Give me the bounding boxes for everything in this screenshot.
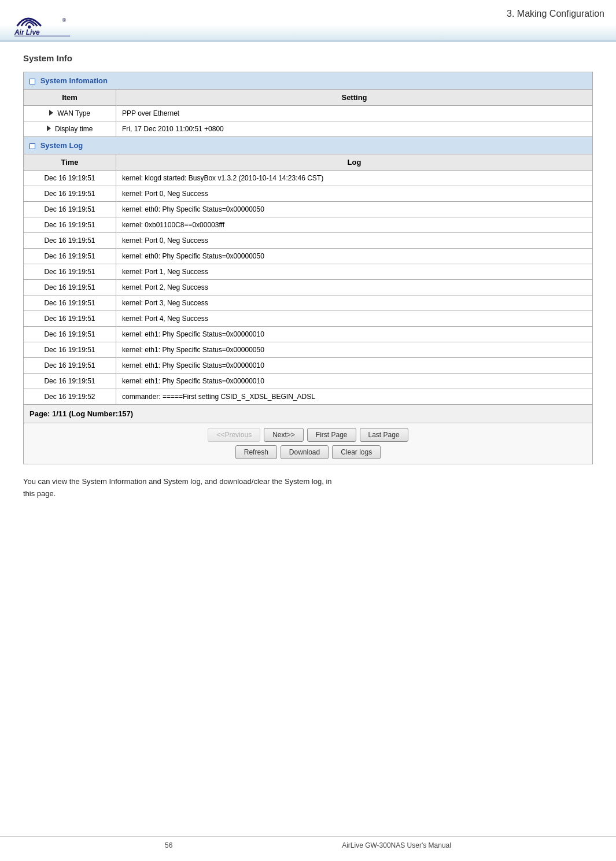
refresh-button[interactable]: Refresh	[235, 445, 277, 459]
log-row: Dec 16 19:19:51 kernel: eth0: Phy Specif…	[24, 249, 593, 264]
log-time-cell: Dec 16 19:19:51	[24, 217, 116, 233]
log-time-cell: Dec 16 19:19:51	[24, 374, 116, 389]
log-row: Dec 16 19:19:51 kernel: Port 1, Neg Succ…	[24, 264, 593, 280]
log-time-cell: Dec 16 19:19:51	[24, 358, 116, 374]
system-log-header-label: System Log	[40, 141, 83, 150]
log-row: Dec 16 19:19:51 kernel: Port 0, Neg Succ…	[24, 186, 593, 202]
clear-logs-button[interactable]: Clear logs	[332, 445, 381, 459]
log-time-cell: Dec 16 19:19:51	[24, 311, 116, 327]
header: Air Live ® 3. Making Configuration	[0, 0, 616, 42]
log-message-cell: commander: =====First setting CSID_S_XDS…	[116, 389, 593, 405]
log-message-cell: kernel: Port 0, Neg Success	[116, 233, 593, 249]
log-row: Dec 16 19:19:51 kernel: eth1: Phy Specif…	[24, 327, 593, 342]
log-row: Dec 16 19:19:51 kernel: eth1: Phy Specif…	[24, 374, 593, 389]
display-time-label: Display time	[24, 121, 116, 137]
log-message-cell: kernel: eth1: Phy Specific Status=0x0000…	[116, 327, 593, 342]
arrow-icon	[49, 110, 53, 116]
log-message-cell: kernel: klogd started: BusyBox v1.3.2 (2…	[116, 171, 593, 186]
description-text: You can view the System Information and …	[23, 476, 593, 500]
log-time-cell: Dec 16 19:19:51	[24, 186, 116, 202]
wan-type-label: WAN Type	[24, 106, 116, 121]
log-time-cell: Dec 16 19:19:51	[24, 280, 116, 295]
page-footer: 56 AirLive GW-300NAS User's Manual	[0, 836, 616, 849]
col-item-header: Item	[24, 90, 116, 106]
log-row: Dec 16 19:19:51 kernel: eth0: Phy Specif…	[24, 202, 593, 217]
manual-label: AirLive GW-300NAS User's Manual	[342, 841, 451, 849]
log-message-cell: kernel: eth1: Phy Specific Status=0x0000…	[116, 342, 593, 358]
log-time-cell: Dec 16 19:19:52	[24, 389, 116, 405]
last-page-button[interactable]: Last Page	[360, 428, 408, 442]
log-time-cell: Dec 16 19:19:51	[24, 202, 116, 217]
log-row: Dec 16 19:19:51 kernel: klogd started: B…	[24, 171, 593, 186]
log-row: Dec 16 19:19:51 kernel: 0xb01100C8==0x00…	[24, 217, 593, 233]
page-content: System Info System Infomation Item Setti…	[0, 42, 616, 512]
display-time-value: Fri, 17 Dec 2010 11:00:51 +0800	[116, 121, 593, 137]
log-row: Dec 16 19:19:51 kernel: Port 4, Neg Succ…	[24, 311, 593, 327]
system-info-header-label: System Infomation	[40, 76, 108, 85]
page-info-text: Page: 1/11 (Log Number:157)	[29, 409, 133, 418]
system-info-table: System Infomation Item Setting WAN Type …	[23, 72, 593, 464]
log-message-cell: kernel: eth0: Phy Specific Status=0x0000…	[116, 249, 593, 264]
log-row: Dec 16 19:19:51 kernel: Port 3, Neg Succ…	[24, 295, 593, 311]
log-message-cell: kernel: eth0: Phy Specific Status=0x0000…	[116, 202, 593, 217]
svg-text:Air Live: Air Live	[14, 28, 40, 36]
page-number: 56	[165, 841, 172, 849]
log-time-cell: Dec 16 19:19:51	[24, 264, 116, 280]
download-button[interactable]: Download	[281, 445, 329, 459]
button-group-actions: Refresh Download Clear logs	[29, 445, 587, 459]
log-row: Dec 16 19:19:52 commander: =====First se…	[24, 389, 593, 405]
log-message-cell: kernel: Port 0, Neg Success	[116, 186, 593, 202]
airlive-logo: Air Live ®	[12, 6, 81, 38]
arrow-icon	[47, 125, 51, 131]
col-setting-header: Setting	[116, 90, 593, 106]
wan-type-row: WAN Type PPP over Ethernet	[24, 106, 593, 121]
col-time-header: Time	[24, 154, 116, 171]
log-row: Dec 16 19:19:51 kernel: Port 2, Neg Succ…	[24, 280, 593, 295]
log-message-cell: kernel: 0xb01100C8==0x00003fff	[116, 217, 593, 233]
first-page-button[interactable]: First Page	[307, 428, 356, 442]
system-info-col-header: Item Setting	[24, 90, 593, 106]
logo-area: Air Live ®	[12, 6, 81, 38]
log-message-cell: kernel: Port 3, Neg Success	[116, 295, 593, 311]
log-time-cell: Dec 16 19:19:51	[24, 249, 116, 264]
log-time-cell: Dec 16 19:19:51	[24, 233, 116, 249]
next-button[interactable]: Next>>	[264, 428, 304, 442]
log-row: Dec 16 19:19:51 kernel: Port 0, Neg Succ…	[24, 233, 593, 249]
svg-text:®: ®	[62, 17, 67, 23]
log-message-cell: kernel: Port 1, Neg Success	[116, 264, 593, 280]
log-row: Dec 16 19:19:51 kernel: eth1: Phy Specif…	[24, 358, 593, 374]
page-info-row: Page: 1/11 (Log Number:157)	[24, 405, 593, 423]
log-time-cell: Dec 16 19:19:51	[24, 342, 116, 358]
log-message-cell: kernel: eth1: Phy Specific Status=0x0000…	[116, 358, 593, 374]
log-message-cell: kernel: eth1: Phy Specific Status=0x0000…	[116, 374, 593, 389]
display-time-row: Display time Fri, 17 Dec 2010 11:00:51 +…	[24, 121, 593, 137]
page-chapter-title: 3. Making Configuration	[507, 6, 604, 19]
log-message-cell: kernel: Port 2, Neg Success	[116, 280, 593, 295]
log-message-cell: kernel: Port 4, Neg Success	[116, 311, 593, 327]
col-log-header: Log	[116, 154, 593, 171]
section-icon	[29, 79, 35, 84]
log-time-cell: Dec 16 19:19:51	[24, 171, 116, 186]
log-col-header: Time Log	[24, 154, 593, 171]
section-log-icon	[29, 143, 35, 149]
log-row: Dec 16 19:19:51 kernel: eth1: Phy Specif…	[24, 342, 593, 358]
previous-button[interactable]: <<Previous	[208, 428, 260, 442]
system-info-header-row: System Infomation	[24, 72, 593, 90]
button-group-nav: <<Previous Next>> First Page Last Page	[29, 428, 587, 442]
log-time-cell: Dec 16 19:19:51	[24, 295, 116, 311]
wan-type-value: PPP over Ethernet	[116, 106, 593, 121]
navigation-buttons-row: <<Previous Next>> First Page Last Page R…	[24, 423, 593, 464]
system-log-header-row: System Log	[24, 137, 593, 154]
page-section-title: System Info	[23, 53, 593, 63]
log-rows-body: Dec 16 19:19:51 kernel: klogd started: B…	[24, 171, 593, 405]
log-time-cell: Dec 16 19:19:51	[24, 327, 116, 342]
